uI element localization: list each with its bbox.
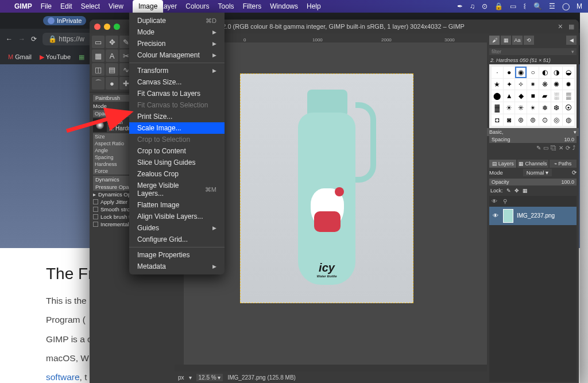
brush-cell[interactable]: ░ [551, 90, 563, 102]
brush-cell[interactable]: ✴ [527, 102, 539, 114]
menu-item-transform[interactable]: Transform▶ [129, 65, 225, 76]
brush-cell[interactable]: ⊛ [515, 114, 527, 126]
brush-cell[interactable]: ◆ [515, 90, 527, 102]
menu-item-print-size[interactable]: Print Size... [129, 111, 225, 122]
battery-icon[interactable]: ▭ [510, 2, 516, 10]
tab-overflow-icon[interactable]: ▦ [568, 23, 574, 30]
brush-cell[interactable]: ⦿ [563, 102, 574, 114]
brush-cell[interactable]: ◒ [563, 67, 574, 78]
brush-cell[interactable]: ◎ [551, 114, 563, 126]
reload-icon[interactable]: ⟳ [31, 35, 37, 43]
brush-cell[interactable]: ❋ [539, 79, 551, 90]
menu-item-duplicate[interactable]: Duplicate⌘D [129, 15, 225, 26]
menu-item-flatten-image[interactable]: Flatten Image [129, 199, 225, 211]
brush-new-icon[interactable]: ▭ [543, 145, 548, 151]
menu-item-slice-using-guides[interactable]: Slice Using Guides [129, 157, 225, 168]
menu-item-metadata[interactable]: Metadata▶ [129, 261, 225, 272]
menu-item-align-visible-layers[interactable]: Align Visible Layers... [129, 211, 225, 222]
control-center-icon[interactable]: ☲ [549, 2, 555, 10]
brush-cell[interactable]: ✳ [515, 102, 527, 114]
brush-cell[interactable]: ◉ [515, 67, 527, 78]
wifi-icon[interactable]: ⧙ [523, 2, 527, 10]
brush-cell[interactable]: ▓ [492, 102, 503, 114]
brush-cell[interactable]: ☀ [504, 102, 515, 114]
paths-tab[interactable]: ⌁ Paths [550, 160, 577, 168]
brush-thumbnail[interactable] [93, 118, 107, 132]
window-minimize-button[interactable] [104, 24, 110, 30]
brush-cell[interactable]: ✺ [551, 79, 563, 90]
zoom-select[interactable]: 12.5 % ▾ [196, 374, 223, 381]
feather-icon[interactable]: ✒︎ [457, 2, 463, 10]
brush-dup-icon[interactable]: ⿻ [551, 145, 556, 151]
channels-tab[interactable]: ▦ Channels [517, 160, 548, 168]
brush-cell[interactable]: ● [504, 67, 515, 78]
lock-position-icon[interactable]: ✥ [514, 188, 519, 194]
menubar-windows[interactable]: Windows [270, 2, 298, 10]
layer-item[interactable]: 👁 IMG_2237.png [489, 207, 577, 225]
layer-mode-select[interactable]: Normal ▾ [523, 169, 552, 176]
brushes-tab[interactable]: 🖌 [489, 36, 500, 45]
music-icon[interactable]: ♫ [470, 2, 475, 10]
brush-cell[interactable]: ✧ [515, 79, 527, 90]
lock-alpha-icon[interactable]: ▦ [523, 188, 528, 194]
menu-item-mode[interactable]: Mode▶ [129, 26, 225, 38]
menu-item-guides[interactable]: Guides▶ [129, 222, 225, 234]
menubar-help[interactable]: Help [307, 2, 321, 10]
menu-item-crop-to-content[interactable]: Crop to Content [129, 145, 225, 157]
app-name[interactable]: GIMP [14, 2, 32, 10]
brush-cell[interactable]: ★ [492, 79, 503, 90]
window-close-button[interactable] [94, 24, 100, 30]
fonts-tab[interactable]: Aa [512, 36, 523, 45]
menu-item-canvas-size[interactable]: Canvas Size... [129, 76, 225, 88]
menu-item-precision[interactable]: Precision▶ [129, 38, 225, 49]
menu-item-image-properties[interactable]: Image Properties [129, 249, 225, 261]
brush-cell[interactable]: ⁕ [527, 79, 539, 90]
brush-cell[interactable]: ▲ [504, 90, 515, 102]
brush-del-icon[interactable]: ✕ [559, 145, 563, 151]
brush-cell[interactable]: ⬤ [492, 90, 503, 102]
horizontal-scrollbar[interactable] [175, 365, 487, 372]
brush-edit-icon[interactable]: ✎ [536, 145, 541, 151]
menu-item-fit-canvas-to-layers[interactable]: Fit Canvas to Layers [129, 88, 225, 99]
brush-cell[interactable]: ◑ [551, 67, 563, 78]
brush-cell[interactable]: ✹ [563, 79, 574, 90]
layer-name[interactable]: IMG_2237.png [517, 212, 555, 219]
tool-10[interactable]: ◫ [92, 63, 105, 76]
brush-cell[interactable]: ◙ [504, 114, 515, 126]
brush-cell[interactable]: ⊙ [539, 114, 551, 126]
lock-icon[interactable]: 🔒 [494, 2, 503, 10]
tool-1[interactable]: ✥ [106, 36, 118, 48]
menu-item-merge-visible-layers[interactable]: Merge Visible Layers...⌘M [129, 180, 225, 199]
brush-cell[interactable]: ⊚ [527, 114, 539, 126]
lock-pixels-icon[interactable]: ✎ [506, 188, 511, 194]
tab-close-icon[interactable]: × [556, 22, 565, 31]
history-tab[interactable]: ⟲ [524, 36, 534, 45]
brush-cell[interactable]: ✦ [504, 79, 515, 90]
bookmark-gmail[interactable]: M Gmail [8, 53, 32, 60]
tool-11[interactable]: ▤ [106, 63, 118, 76]
brush-cell[interactable]: ▒ [563, 90, 574, 102]
brush-cell[interactable]: ◍ [563, 114, 574, 126]
layer-visibility-icon[interactable]: 👁 [492, 212, 500, 219]
bookmark-3[interactable]: ▦ [79, 53, 84, 61]
search-icon[interactable]: 🔍 [533, 2, 542, 10]
bookmark-youtube[interactable]: ▶ YouTube [40, 53, 71, 61]
brush-open-icon[interactable]: ⤴ [572, 145, 575, 151]
menubar-filters[interactable]: Filters [243, 2, 262, 10]
menu-item-configure-grid[interactable]: Configure Grid... [129, 234, 225, 245]
tool-0[interactable]: ▭ [92, 36, 105, 48]
brush-spacing-slider[interactable]: Spacing10.0 [489, 136, 577, 143]
tool-5[interactable]: ▦ [92, 49, 105, 62]
layer-opacity-slider[interactable]: Opacity100.0 [489, 179, 577, 185]
webpage-link[interactable]: software [46, 372, 80, 382]
patterns-tab[interactable]: ▦ [501, 36, 511, 45]
brush-cell[interactable]: ◐ [539, 67, 551, 78]
brush-cell[interactable]: · [492, 67, 503, 78]
brush-cell[interactable]: ■ [527, 90, 539, 102]
menubar-tools[interactable]: Tools [218, 2, 234, 10]
menubar-image-open[interactable]: Image [133, 0, 163, 13]
menu-item-colour-management[interactable]: Colour Management▶ [129, 49, 225, 61]
brush-preset-select[interactable]: Basic, [489, 129, 504, 135]
brush-cell[interactable]: ❅ [539, 102, 551, 114]
menubar-colours[interactable]: Colours [185, 2, 209, 10]
